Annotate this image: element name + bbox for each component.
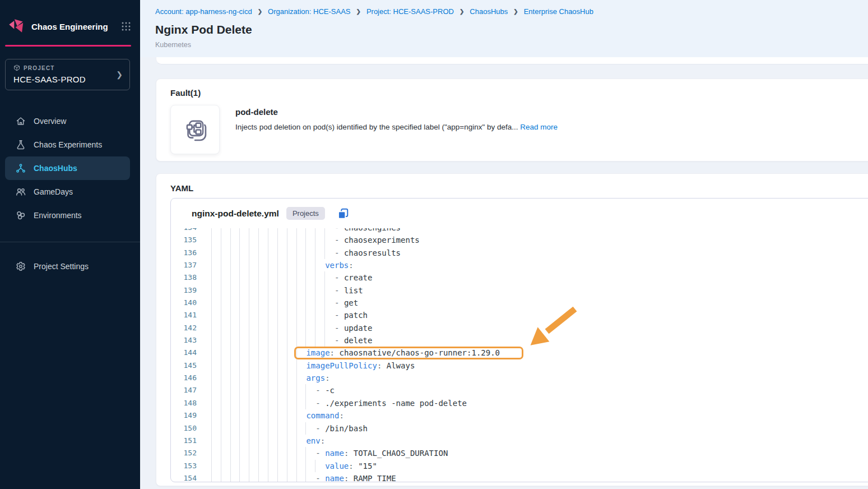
network-icon: [15, 163, 26, 174]
line-content: command:: [197, 409, 868, 422]
line-content: - update: [197, 322, 868, 334]
project-label: PROJECT: [24, 65, 55, 71]
sidebar-nav: Overview Chaos Experiments ChaosHubs Gam…: [0, 109, 140, 278]
highlight-box: image: chaosnative/chaos-go-runner:1.29.…: [306, 348, 500, 357]
main-content: Account: app-harness-ng-cicd❯Organizatio…: [140, 0, 868, 489]
sidebar-item-label: Overview: [34, 117, 66, 126]
yaml-filename: nginx-pod-delete.yml: [192, 209, 279, 219]
line-number: 145: [171, 359, 197, 372]
line-content: - -c: [197, 384, 868, 396]
code-line: 151 env:: [171, 435, 868, 447]
line-content: - chaosresults: [197, 247, 868, 259]
line-number: 136: [171, 247, 197, 259]
page-header: Account: app-harness-ng-cicd❯Organizatio…: [140, 0, 868, 57]
breadcrumb-item[interactable]: Enterprise ChaosHub: [524, 7, 593, 16]
line-content: value: "15": [197, 460, 868, 472]
code-editor[interactable]: 134 - chaosengines135 - chaosexperiments…: [171, 228, 868, 482]
line-number: 146: [171, 372, 197, 384]
sidebar-item-chaoshubs[interactable]: ChaosHubs: [5, 156, 130, 180]
page-title: Nginx Pod Delete: [155, 23, 868, 36]
sidebar-item-label: Project Settings: [34, 262, 89, 271]
code-line: 148 - ./experiments -name pod-delete: [171, 397, 868, 409]
line-content: - ./experiments -name pod-delete: [197, 397, 868, 409]
brand-row: Chaos Engineering: [0, 0, 140, 36]
line-content: - chaosexperiments: [197, 234, 868, 246]
code-line: 154 - name: RAMP_TIME: [171, 472, 868, 482]
yaml-viewer-header: nginx-pod-delete.yml Projects: [171, 199, 868, 228]
breadcrumb-item[interactable]: ChaosHubs: [470, 7, 508, 16]
breadcrumb-item[interactable]: Account: app-harness-ng-cicd: [155, 7, 252, 16]
line-number: 135: [171, 234, 197, 246]
line-number: 144: [171, 347, 197, 359]
code-line: 145 imagePullPolicy: Always: [171, 359, 868, 372]
breadcrumb-separator-icon: ❯: [513, 8, 518, 15]
line-number: 138: [171, 271, 197, 284]
sidebar-item-overview[interactable]: Overview: [0, 109, 140, 133]
code-line: 135 - chaosexperiments: [171, 234, 868, 246]
line-content: - name: TOTAL_CHAOS_DURATION: [197, 447, 868, 459]
code-line: 147 - -c: [171, 384, 868, 396]
code-line: 153 value: "15": [171, 460, 868, 472]
read-more-link[interactable]: Read more: [520, 123, 558, 131]
code-line: 149 command:: [171, 409, 868, 422]
fault-section: Fault(1) pod-delete Injects pod deletion…: [156, 79, 868, 162]
module-switcher-icon[interactable]: [121, 21, 131, 31]
line-number: 143: [171, 334, 197, 347]
code-line: 138 - create: [171, 271, 868, 284]
sidebar-item-gamedays[interactable]: GameDays: [0, 180, 140, 204]
chevron-right-icon: ❯: [116, 70, 123, 79]
line-number: 140: [171, 297, 197, 309]
line-content: - list: [197, 284, 868, 297]
sidebar-item-chaos-experiments[interactable]: Chaos Experiments: [0, 133, 140, 156]
line-content: args:: [197, 372, 868, 384]
breadcrumb-item[interactable]: Project: HCE-SAAS-PROD: [366, 7, 454, 16]
line-number: 148: [171, 397, 197, 409]
line-content: - /bin/bash: [197, 422, 868, 435]
line-number: 149: [171, 409, 197, 422]
code-line: 139 - list: [171, 284, 868, 297]
sidebar-item-label: Chaos Experiments: [34, 140, 102, 149]
sidebar-item-environments[interactable]: Environments: [0, 204, 140, 227]
code-line: 146 args:: [171, 372, 868, 384]
project-selector[interactable]: PROJECT HCE-SAAS-PROD ❯: [5, 59, 130, 90]
fault-item[interactable]: pod-delete Injects pod deletion on pod(s…: [170, 105, 868, 154]
sidebar: Chaos Engineering PROJECT HCE-SAAS-PROD …: [0, 0, 140, 489]
code-line: 134 - chaosengines: [171, 228, 868, 234]
cluster-icon: [15, 210, 26, 221]
line-number: 153: [171, 460, 197, 472]
line-number: 141: [171, 309, 197, 321]
cube-icon: [13, 64, 20, 71]
breadcrumb-separator-icon: ❯: [459, 8, 464, 15]
breadcrumb: Account: app-harness-ng-cicd❯Organizatio…: [155, 7, 868, 16]
page-subtitle: Kubernetes: [155, 41, 868, 49]
line-content: - name: RAMP_TIME: [197, 472, 868, 482]
line-content: - delete: [197, 334, 868, 347]
flask-icon: [15, 139, 26, 150]
chaos-engineering-logo-icon: [7, 17, 26, 36]
yaml-section: YAML nginx-pod-delete.yml Projects 134 -…: [156, 173, 868, 486]
code-line: 144 image: chaosnative/chaos-go-runner:1…: [171, 347, 868, 359]
line-number: 152: [171, 447, 197, 459]
breadcrumb-item[interactable]: Organization: HCE-SAAS: [268, 7, 350, 16]
people-icon: [15, 186, 26, 197]
line-number: 134: [171, 228, 197, 234]
code-line: 143 - delete: [171, 334, 868, 347]
projects-badge: Projects: [286, 207, 325, 220]
sidebar-divider: [0, 242, 140, 242]
line-content: - patch: [197, 309, 868, 321]
copy-icon[interactable]: [337, 207, 349, 220]
line-content: - chaosengines: [197, 228, 868, 234]
sidebar-item-label: ChaosHubs: [34, 164, 77, 173]
line-number: 147: [171, 384, 197, 396]
sidebar-item-project-settings[interactable]: Project Settings: [0, 255, 140, 278]
home-icon: [15, 116, 26, 127]
line-content: env:: [197, 435, 868, 447]
line-number: 151: [171, 435, 197, 447]
brand-underline: [5, 45, 131, 47]
yaml-heading: YAML: [170, 183, 868, 193]
line-content: verbs:: [197, 259, 868, 271]
project-name: HCE-SAAS-PROD: [13, 75, 116, 84]
code-line: 150 - /bin/bash: [171, 422, 868, 435]
line-number: 150: [171, 422, 197, 435]
line-content: image: chaosnative/chaos-go-runner:1.29.…: [197, 347, 868, 359]
